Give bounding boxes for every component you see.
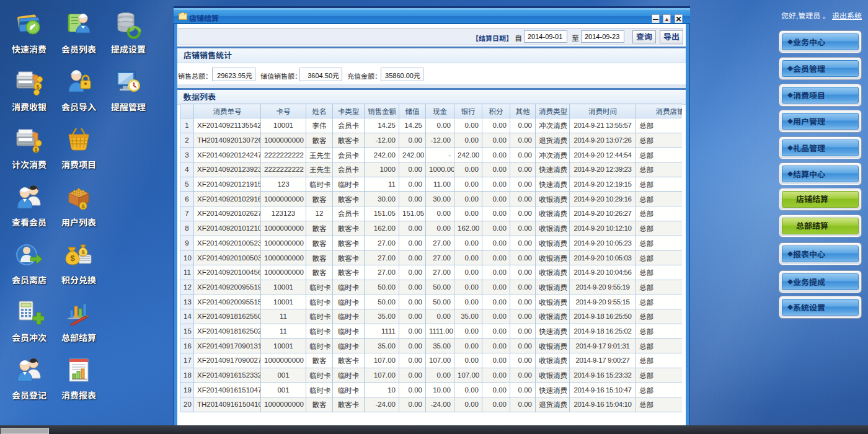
svg-text:$: $: [70, 254, 75, 263]
svg-text:$: $: [81, 203, 84, 210]
svg-text:$: $: [34, 147, 37, 153]
svg-text:$: $: [81, 249, 84, 255]
svg-text:$: $: [36, 84, 39, 90]
